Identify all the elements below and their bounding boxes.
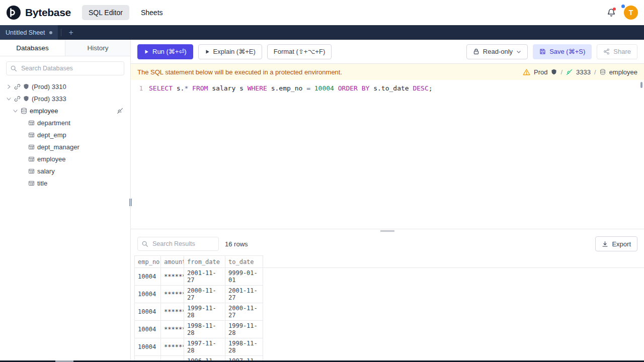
table-list: departmentdept_empdept_manageremployeesa… <box>0 117 130 189</box>
header-row: emp_no amount from_date to_date <box>135 256 644 268</box>
environment-shield-icon <box>23 96 29 102</box>
format-button[interactable]: Format (⇧+⌥+F) <box>267 44 332 59</box>
table-icon <box>28 144 35 150</box>
table-icon <box>28 156 35 162</box>
tree-database-employee[interactable]: employee <box>0 105 130 117</box>
sheet-tab-untitled[interactable]: Untitled Sheet <box>0 25 58 40</box>
table-row[interactable]: 10004******2000-11-272001-11-27 <box>135 286 644 303</box>
tree-table-employee[interactable]: employee <box>0 153 130 165</box>
instance-label: (Prod) 3310 <box>32 83 66 90</box>
results-panel: 16 rows Export emp_no amount from_dat <box>131 232 644 362</box>
tree-table-dept_emp[interactable]: dept_emp <box>0 129 130 141</box>
readonly-mode-button[interactable]: Read-only <box>466 44 528 59</box>
table-label: dept_manager <box>37 143 79 151</box>
table-cell: 1997-11-28 <box>184 338 225 356</box>
database-icon <box>600 69 606 75</box>
save-button[interactable]: Save (⌘+S) <box>533 44 592 59</box>
column-header-emp-no: emp_no <box>135 256 161 268</box>
search-results-input[interactable] <box>137 237 219 251</box>
status-dot <box>621 5 625 8</box>
table-icon <box>28 180 35 187</box>
chevron-down-icon <box>13 108 18 114</box>
table-row[interactable]: 10004******1998-11-281999-11-28 <box>135 321 644 338</box>
connection-icon <box>14 83 21 90</box>
sidebar-tabs: Databases History <box>0 40 130 56</box>
chevron-right-icon <box>6 84 12 89</box>
table-cell: 1999-11-28 <box>225 321 263 338</box>
sql-code: SELECT s.* FROM salary s WHERE s.emp_no … <box>149 83 433 94</box>
nav-sql-editor[interactable]: SQL Editor <box>82 5 129 20</box>
share-icon <box>603 48 610 55</box>
search-icon <box>10 65 17 72</box>
table-row[interactable]: 10004******2001-11-279999-01-01 <box>135 268 644 286</box>
tree-instance-3310[interactable]: (Prod) 3310 <box>0 80 130 93</box>
connection-icon <box>14 96 21 102</box>
table-cell: ****** <box>161 338 184 356</box>
connect-icon[interactable] <box>117 108 123 114</box>
avatar-letter: T <box>629 9 633 17</box>
table-cell: 2000-11-27 <box>184 286 225 303</box>
table-cell: ****** <box>161 321 184 338</box>
tab-databases[interactable]: Databases <box>0 40 65 56</box>
explain-button[interactable]: Explain (⌘+E) <box>198 44 262 59</box>
nav-sheets[interactable]: Sheets <box>134 5 170 20</box>
chevron-down-icon <box>516 49 521 54</box>
panel-splitter[interactable] <box>131 229 644 232</box>
database-label[interactable]: employee <box>609 68 637 76</box>
bytebase-logo-icon <box>6 5 21 20</box>
unsaved-dot-icon <box>49 31 52 34</box>
table-cell: 10004 <box>135 286 161 303</box>
splitter-handle-icon <box>380 230 394 232</box>
breadcrumb-separator: / <box>560 68 562 76</box>
run-button[interactable]: Run (⌘+⏎) <box>137 44 193 59</box>
table-cell: 10004 <box>135 303 161 321</box>
environment-shield-icon <box>23 83 29 89</box>
avatar[interactable]: T <box>624 6 638 20</box>
results-search <box>137 237 219 251</box>
brand-name: Bytebase <box>25 7 71 19</box>
sql-editor[interactable]: 1 SELECT s.* FROM salary s WHERE s.emp_n… <box>131 80 644 229</box>
row-filler <box>263 338 644 356</box>
database-icon <box>21 108 27 114</box>
tree-table-department[interactable]: department <box>0 117 130 129</box>
table-icon <box>28 132 35 138</box>
sidebar-resize-handle[interactable] <box>129 199 132 206</box>
play-icon <box>205 49 210 54</box>
table-cell: ****** <box>161 268 184 286</box>
table-cell: 1999-11-28 <box>184 303 225 321</box>
tree-table-salary[interactable]: salary <box>0 165 130 177</box>
table-cell: 10004 <box>135 268 161 286</box>
main-area: Databases History (Prod) 3310 <box>0 40 644 362</box>
results-table-wrap: emp_no amount from_date to_date 10004***… <box>131 255 644 362</box>
row-filler <box>263 321 644 338</box>
code-line: 1 SELECT s.* FROM salary s WHERE s.emp_n… <box>131 83 644 94</box>
table-row[interactable]: 10004******1999-11-282000-11-27 <box>135 303 644 321</box>
table-cell: 10004 <box>135 321 161 338</box>
sheet-tab-label: Untitled Sheet <box>6 29 45 36</box>
lock-icon <box>473 48 479 55</box>
share-button[interactable]: Share <box>597 44 637 59</box>
export-button[interactable]: Export <box>595 236 637 251</box>
tree-table-dept_manager[interactable]: dept_manager <box>0 141 130 153</box>
environment-label[interactable]: Prod <box>534 68 547 76</box>
results-toolbar: 16 rows Export <box>131 232 644 255</box>
brand[interactable]: Bytebase <box>6 5 71 20</box>
tab-history[interactable]: History <box>65 40 130 56</box>
column-header-to-date: to_date <box>225 256 263 268</box>
tree-table-title[interactable]: title <box>0 177 130 189</box>
line-number: 1 <box>131 83 149 94</box>
table-label: dept_emp <box>37 131 66 139</box>
editor-toolbar: Run (⌘+⏎) Explain (⌘+E) Format (⇧+⌥+F) R… <box>131 40 644 64</box>
chevron-down-icon <box>6 96 12 102</box>
tree-instance-3333[interactable]: (Prod) 3333 <box>0 93 130 105</box>
notification-dot <box>613 8 616 11</box>
add-sheet-button[interactable]: + <box>64 25 78 40</box>
search-databases-input[interactable] <box>6 61 124 75</box>
editor-scrollbar[interactable] <box>640 82 642 88</box>
notification-bell-icon[interactable] <box>607 8 616 17</box>
table-row[interactable]: 10004******1997-11-281998-11-28 <box>135 338 644 356</box>
table-icon <box>28 120 35 126</box>
instance-label[interactable]: 3333 <box>576 68 591 76</box>
top-bar: Bytebase SQL Editor Sheets T <box>0 0 644 25</box>
table-cell: 1998-11-28 <box>184 321 225 338</box>
